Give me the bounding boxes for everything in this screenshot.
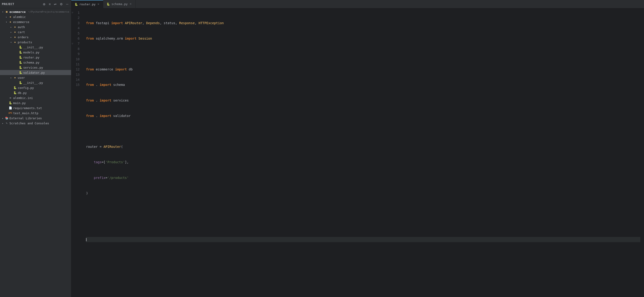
label-auth: auth xyxy=(18,25,69,29)
label-external-libraries: External Libraries xyxy=(10,117,69,120)
code-line-7: from . import validator xyxy=(86,113,640,118)
ln-8: 8 xyxy=(71,46,82,51)
py-icon-models: 🐍 xyxy=(18,51,22,54)
py-icon-router: 🐍 xyxy=(18,56,22,59)
tree-item-orders[interactable]: ▸ ▪ orders xyxy=(0,35,71,40)
http-icon-test-main: API xyxy=(8,112,12,114)
tree-item-external-libraries[interactable]: ▸ 📚 External Libraries xyxy=(0,116,71,121)
label-test-main-http: test_main.http xyxy=(13,111,69,115)
label-main-py: main.py xyxy=(13,101,69,105)
label-alembic-ini: alembic.ini xyxy=(13,96,69,100)
arrow-orders: ▸ xyxy=(9,36,13,39)
arrow-user: ▸ xyxy=(9,76,13,79)
label-validator-py: validator.py xyxy=(23,71,69,74)
label-scratches: Scratches and Consoles xyxy=(10,122,69,125)
label-requirements-txt: requirements.txt xyxy=(13,106,69,110)
ln-13: 13 xyxy=(71,72,82,77)
tree-item-cart[interactable]: ▸ ▪ cart xyxy=(0,30,71,35)
collapse-all-button[interactable]: ≡ xyxy=(48,2,52,7)
ln-6: 6 xyxy=(71,36,82,41)
tree-item-ecommerce-pkg[interactable]: ▾ ▪ ecommerce xyxy=(0,19,71,25)
ln-5: 5 xyxy=(71,31,82,36)
label-user: user xyxy=(18,76,69,79)
sidebar-title: Project xyxy=(2,3,14,6)
code-line-10: tags=['Products'], xyxy=(86,160,640,165)
tree-item-requirements-txt[interactable]: 📄 requirements.txt xyxy=(0,105,71,111)
ln-7: ▽7 xyxy=(71,41,82,46)
label-config-py: config.py xyxy=(18,86,69,90)
py-icon-schema: 🐍 xyxy=(18,61,22,64)
ln-3: 3 xyxy=(71,21,82,26)
code-line-3 xyxy=(86,51,640,56)
py-icon-init: 🐍 xyxy=(18,46,22,49)
add-content-button[interactable]: ⊕ xyxy=(42,2,46,7)
ln-1: ▽1 xyxy=(71,10,82,15)
ln-11: 11 xyxy=(71,62,82,67)
label-models-py: models.py xyxy=(23,51,69,54)
arrow-scratches: ▸ xyxy=(1,122,4,125)
code-line-14 xyxy=(86,221,640,226)
label-alembic: alembic xyxy=(13,15,69,19)
editor-area: 🐍 router.py ✕ 🐍 schema.py ✕ ▽1 2 3 4 5 6… xyxy=(71,0,644,297)
tree-item-alembic-ini[interactable]: ≡ alembic.ini xyxy=(0,95,71,100)
file-tree: ▾ ■ ecommerce ~/PycharmProjects/ecommerc… xyxy=(0,8,71,297)
code-line-11: prefix='/products' xyxy=(86,175,640,180)
code-line-13 xyxy=(86,206,640,211)
arrow-alembic: ▸ xyxy=(4,16,8,18)
code-line-6: from . import services xyxy=(86,98,640,103)
tree-item-products[interactable]: ▾ ▪ products xyxy=(0,40,71,45)
label-ecommerce-root: ecommerce xyxy=(10,10,27,14)
tab-close-router[interactable]: ✕ xyxy=(97,3,100,6)
arrow-ecommerce-root: ▾ xyxy=(1,11,4,13)
code-editor[interactable]: ▽1 2 3 4 5 6 ▽7 8 9 10 11 12 13 14 15 fr… xyxy=(71,8,644,297)
tree-item-user-init-py[interactable]: 🐍 __init__.py xyxy=(0,80,71,85)
tree-item-alembic[interactable]: ▸ ▪ alembic xyxy=(0,14,71,19)
tree-item-init-py[interactable]: 🐍 __init__.py xyxy=(0,45,71,50)
tree-item-user[interactable]: ▸ ▪ user xyxy=(0,75,71,80)
ext-icon-libraries: 📚 xyxy=(4,117,9,120)
fold-icon-7: ▽ xyxy=(72,41,73,46)
label-init-py: __init__.py xyxy=(23,46,69,49)
code-line-1: from fastapi import APIRouter, Depends, … xyxy=(86,21,640,26)
ini-icon-alembic: ≡ xyxy=(8,96,12,100)
tree-item-auth[interactable]: ▸ ▪ auth xyxy=(0,25,71,30)
tree-item-schema-py[interactable]: 🐍 schema.py xyxy=(0,60,71,65)
folder-icon-orders: ▪ xyxy=(13,36,17,39)
tab-close-schema[interactable]: ✕ xyxy=(129,2,132,6)
tree-item-scratches[interactable]: ▸ ✎ Scratches and Consoles xyxy=(0,121,71,126)
fold-icon-1: ▽ xyxy=(72,10,73,15)
tab-icon-schema: 🐍 xyxy=(106,3,110,6)
tab-icon-router: 🐍 xyxy=(74,3,78,6)
tab-label-schema: schema.py xyxy=(111,2,128,6)
arrow-ecommerce-pkg: ▾ xyxy=(4,21,8,23)
tree-item-test-main-http[interactable]: API test_main.http xyxy=(0,111,71,116)
tab-schema-py[interactable]: 🐍 schema.py ✕ xyxy=(103,0,135,8)
scroll-to-button[interactable]: ⇌ xyxy=(53,2,58,7)
tree-item-main-py[interactable]: 🐍 main.py xyxy=(0,100,71,105)
ln-12: 12 xyxy=(71,67,82,72)
arrow-cart: ▸ xyxy=(9,31,13,33)
py-icon-validator: 🐍 xyxy=(18,71,22,74)
py-icon-db: 🐍 xyxy=(13,91,17,94)
ln-10: 10 xyxy=(71,57,82,62)
label-products: products xyxy=(18,41,69,44)
folder-icon-alembic: ▪ xyxy=(8,15,12,19)
settings-button[interactable]: ⚙ xyxy=(59,2,64,7)
tree-item-ecommerce-root[interactable]: ▾ ■ ecommerce ~/PycharmProjects/ecommerc… xyxy=(0,9,71,14)
tree-item-services-py[interactable]: 🐍 services.py xyxy=(0,65,71,70)
ln-9: 9 xyxy=(71,51,82,56)
label-services-py: services.py xyxy=(23,66,69,69)
line-numbers: ▽1 2 3 4 5 6 ▽7 8 9 10 11 12 13 14 15 xyxy=(71,8,82,297)
root-path: ~/PycharmProjects/ecommerce xyxy=(28,10,69,13)
tree-item-router-py[interactable]: 🐍 router.py xyxy=(0,55,71,60)
code-line-9: router = APIRouter( xyxy=(86,144,640,149)
minimize-button[interactable]: ─ xyxy=(65,2,69,7)
ln-2: 2 xyxy=(71,15,82,20)
code-content[interactable]: from fastapi import APIRouter, Depends, … xyxy=(82,8,644,297)
tree-item-config-py[interactable]: 🐍 config.py xyxy=(0,85,71,90)
tree-item-validator-py[interactable]: 🐍 validator.py xyxy=(0,70,71,75)
tree-item-models-py[interactable]: 🐍 models.py xyxy=(0,50,71,55)
tab-router-py[interactable]: 🐍 router.py ✕ xyxy=(71,0,103,8)
tree-item-db-py[interactable]: 🐍 db.py xyxy=(0,90,71,95)
txt-icon-requirements: 📄 xyxy=(8,106,12,110)
